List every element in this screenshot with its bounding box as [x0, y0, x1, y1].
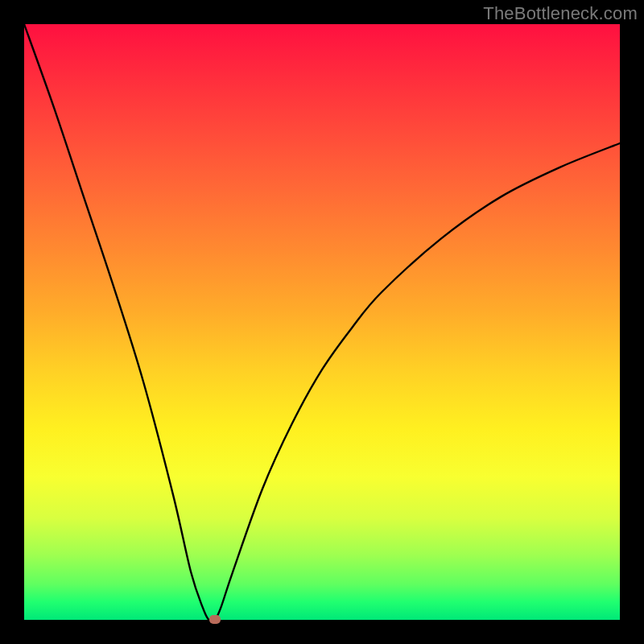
bottleneck-curve-path	[24, 24, 620, 620]
chart-frame: TheBottleneck.com	[0, 0, 644, 644]
chart-curve-svg	[24, 24, 620, 620]
minimum-marker	[209, 615, 221, 624]
attribution-text: TheBottleneck.com	[483, 3, 638, 24]
